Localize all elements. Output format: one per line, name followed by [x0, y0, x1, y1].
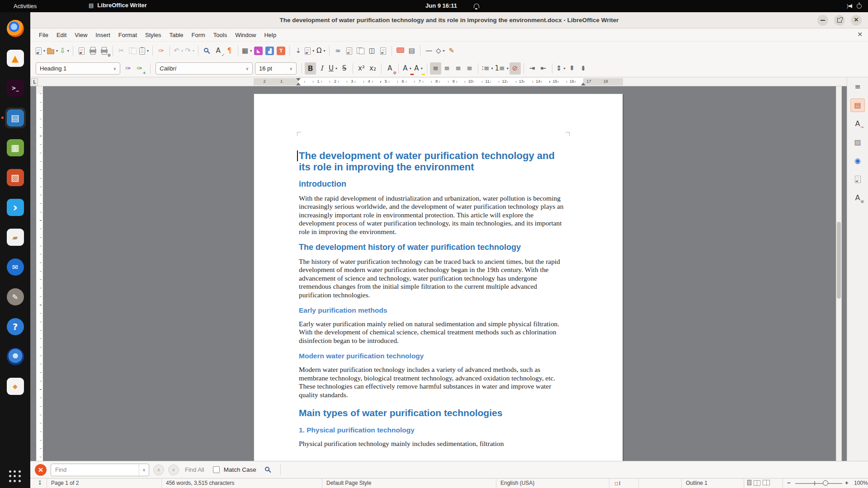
justified-button[interactable]: ≡: [464, 62, 475, 75]
gallery-deck-tab[interactable]: ▨: [850, 136, 865, 149]
insert-bookmark-button[interactable]: ◫: [366, 45, 377, 57]
italic-button[interactable]: I: [316, 62, 327, 75]
save-button[interactable]: ⇩▾: [59, 45, 70, 57]
dock-terminal[interactable]: >_: [5, 78, 26, 99]
insert-page-break-button[interactable]: ⇣: [292, 45, 304, 57]
dock-libreoffice-impress[interactable]: ▧: [5, 167, 26, 188]
open-file-button[interactable]: ▾: [46, 45, 59, 57]
find-previous-button[interactable]: ∧: [153, 465, 164, 475]
paste-button[interactable]: ▾: [138, 45, 150, 57]
find-input[interactable]: [51, 464, 139, 476]
activities-button[interactable]: Activities: [10, 2, 40, 10]
export-pdf-button[interactable]: [76, 45, 87, 57]
chevron-down-icon[interactable]: ∨: [139, 464, 149, 476]
scrollbar-thumb[interactable]: [837, 222, 841, 299]
power-icon[interactable]: [857, 4, 862, 9]
bold-button[interactable]: B: [305, 62, 316, 75]
close-find-bar-button[interactable]: ✕: [35, 464, 47, 476]
dock-thunderbird[interactable]: ✉: [5, 257, 26, 277]
insert-chart-button[interactable]: ▟: [264, 45, 275, 57]
formatting-marks-button[interactable]: ¶: [224, 45, 235, 57]
menu-styles[interactable]: Styles: [141, 30, 165, 40]
decrease-paragraph-spacing-button[interactable]: ⇟: [578, 62, 589, 75]
find-next-button[interactable]: ∨: [168, 465, 179, 475]
new-document-button[interactable]: ▾: [35, 45, 46, 57]
doc-block-h1-0[interactable]: The development of water purification te…: [299, 150, 567, 173]
doc-block-p-4[interactable]: The history of water purification techno…: [299, 258, 567, 299]
zoom-level-status[interactable]: 100%: [854, 480, 868, 486]
insert-text-box-button[interactable]: T: [275, 45, 287, 57]
line-spacing-button[interactable]: ⇕▾: [555, 62, 566, 75]
find-all-button[interactable]: Find All: [185, 466, 204, 473]
zoom-slider[interactable]: [795, 483, 842, 484]
doc-block-p-6[interactable]: Early water purification mainly relied o…: [299, 320, 567, 345]
dock-vlc[interactable]: ▲: [5, 48, 26, 69]
word-count-status[interactable]: 456 words, 3,515 characters: [166, 480, 234, 486]
menu-view[interactable]: View: [71, 30, 91, 40]
doc-block-p-8[interactable]: Modern water purification technology inc…: [299, 366, 567, 399]
outline-status[interactable]: Outline 1: [686, 480, 708, 486]
clear-formatting-button[interactable]: A⊘: [384, 62, 396, 75]
notification-bell-icon[interactable]: [474, 4, 479, 8]
page-number-status[interactable]: Page 1 of 2: [51, 480, 79, 486]
horizontal-line-button[interactable]: —: [423, 45, 434, 57]
doc-block-p-2[interactable]: With the rapid development of industrial…: [299, 194, 567, 236]
match-case-label[interactable]: Match Case: [224, 466, 256, 473]
style-inspector-deck-tab[interactable]: A⊙: [850, 191, 865, 205]
dock-firefox[interactable]: [5, 18, 26, 39]
clock-label[interactable]: Jun 9 16:11: [425, 2, 457, 9]
save-status-icon[interactable]: ↧: [38, 480, 42, 486]
clone-formatting-button[interactable]: ✑: [156, 45, 167, 57]
menu-format[interactable]: Format: [114, 30, 141, 40]
new-style-button[interactable]: ✑+: [134, 62, 145, 75]
minimize-button[interactable]: [817, 15, 828, 26]
show-applications-button[interactable]: [9, 470, 21, 483]
font-size-combobox[interactable]: 16 pt ∨: [255, 62, 297, 75]
find-and-replace-button[interactable]: [201, 45, 212, 57]
update-style-button[interactable]: ✑: [123, 62, 134, 75]
menu-insert[interactable]: Insert: [91, 30, 114, 40]
align-right-button[interactable]: ≡: [453, 62, 464, 75]
insert-hyperlink-button[interactable]: ∞: [332, 45, 344, 57]
dock-vscode[interactable]: ›: [5, 197, 26, 218]
subscript-button[interactable]: x₂: [367, 62, 378, 75]
dock-software[interactable]: ◆: [5, 376, 26, 397]
multi-page-view-icon[interactable]: [754, 480, 760, 485]
increase-paragraph-spacing-button[interactable]: ⇞: [566, 62, 578, 75]
underline-button[interactable]: U▾: [327, 62, 339, 75]
find-and-replace-button[interactable]: [262, 464, 274, 476]
close-button[interactable]: [851, 15, 862, 26]
menu-form[interactable]: Form: [187, 30, 209, 40]
paragraph-style-combobox[interactable]: Heading 1 ∨: [36, 62, 120, 75]
dock-libreoffice-writer[interactable]: ▤: [5, 108, 26, 128]
zoom-out-button[interactable]: −: [787, 479, 791, 486]
menu-window[interactable]: Window: [231, 30, 260, 40]
vertical-scrollbar[interactable]: [836, 86, 842, 461]
font-name-combobox[interactable]: Calibri ∨: [156, 62, 253, 75]
numbered-list-button[interactable]: 1≡▾: [494, 62, 509, 75]
dock-files[interactable]: ▰: [5, 227, 26, 248]
highlighting-color-button[interactable]: A▂▾: [413, 62, 424, 75]
doc-block-h3-5[interactable]: Early purification methods: [299, 306, 567, 314]
close-document-icon[interactable]: ✕: [857, 31, 863, 38]
print-preview-button[interactable]: ⊙: [99, 45, 110, 57]
insert-image-button[interactable]: ◣: [253, 45, 264, 57]
font-color-button[interactable]: A▂▾: [401, 62, 413, 75]
increase-indent-button[interactable]: ⇥: [527, 62, 538, 75]
insert-field-button[interactable]: ▾: [304, 45, 315, 57]
menu-help[interactable]: Help: [260, 30, 280, 40]
align-center-button[interactable]: ≡: [441, 62, 453, 75]
doc-block-h1b-9[interactable]: Main types of water purification technol…: [299, 407, 567, 419]
tab-stop-selector-icon[interactable]: L: [31, 78, 38, 85]
dock-libreoffice-calc[interactable]: ▦: [5, 137, 26, 158]
right-indent-marker[interactable]: [581, 83, 585, 85]
first-line-indent-marker[interactable]: [296, 78, 301, 81]
insert-endnote-button[interactable]: [355, 45, 366, 57]
doc-block-h2-3[interactable]: The development history of water purific…: [299, 243, 567, 252]
insert-footnote-button[interactable]: [344, 45, 355, 57]
menu-edit[interactable]: Edit: [52, 30, 71, 40]
doc-block-h3-10[interactable]: 1. Physical purification technology: [299, 426, 567, 434]
menu-file[interactable]: File: [35, 30, 52, 40]
print-button[interactable]: [87, 45, 99, 57]
doc-block-p-11[interactable]: Physical purification technology mainly …: [299, 440, 567, 448]
